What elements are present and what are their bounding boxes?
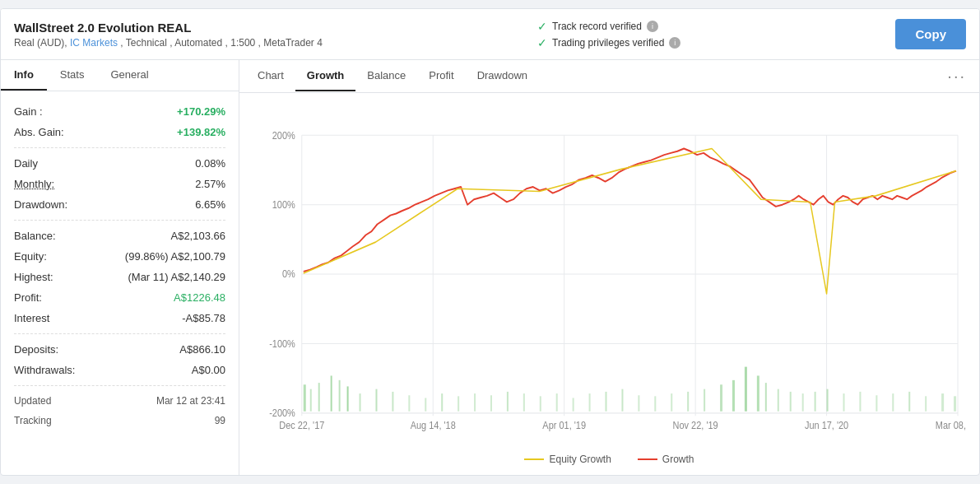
svg-rect-39 [540,396,541,411]
svg-rect-40 [556,393,558,412]
drawdown-label: Drawdown: [14,198,67,211]
svg-rect-58 [815,392,816,412]
svg-rect-41 [573,398,574,411]
profit-label: Profit: [14,291,42,304]
tab-general[interactable]: General [97,60,161,91]
info-icon-1[interactable]: i [647,21,658,32]
highest-value: (Mar 11) A$2,140.29 [128,271,225,283]
svg-rect-44 [621,389,623,412]
check-icon-1: ✓ [537,20,547,33]
right-panel: Chart Growth Balance Profit Drawdown ··· [239,60,979,475]
svg-text:Dec 22, '17: Dec 22, '17 [279,421,324,430]
withdrawals-row: Withdrawals: A$0.00 [14,360,225,380]
updated-row: Updated Mar 12 at 23:41 [14,391,225,411]
trading-privileges-verified: ✓ Trading privileges verified i [537,36,680,49]
svg-text:Jun 17, '20: Jun 17, '20 [805,421,848,430]
svg-rect-51 [732,380,735,412]
svg-rect-28 [360,393,361,412]
svg-text:-100%: -100% [269,338,295,348]
gain-value: +170.29% [177,105,225,118]
svg-rect-46 [654,396,656,411]
balance-value: A$2,103.66 [170,230,225,242]
svg-rect-37 [507,392,509,412]
svg-rect-32 [425,398,426,411]
chart-tab-chart[interactable]: Chart [246,61,295,91]
ic-markets-link[interactable]: IC Markets [70,37,118,49]
drawdown-row: Drawdown: 6.65% [14,194,225,215]
copy-button[interactable]: Copy [895,19,966,49]
gain-row: Gain : +170.29% [14,101,225,122]
svg-rect-38 [523,393,525,412]
stats-content: Gain : +170.29% Abs. Gain: +139.82% Dail… [1,91,239,440]
abs-gain-label: Abs. Gain: [14,126,64,138]
svg-rect-45 [638,395,639,411]
divider-1 [14,147,225,148]
chart-tab-profit[interactable]: Profit [417,61,465,91]
chart-area: 200% 100% 0% -100% -200% Dec 22, '17 Aug… [239,93,979,447]
chart-tab-balance[interactable]: Balance [355,61,417,91]
subtitle-suffix: , Technical , Automated , 1:500 , MetaTr… [118,37,323,49]
svg-text:Nov 22, '19: Nov 22, '19 [673,421,718,430]
svg-rect-27 [347,386,349,411]
divider-2 [14,220,225,221]
legend-equity: Equity Growth [524,454,611,465]
profit-row: Profit: A$1226.48 [14,287,225,308]
equity-growth-label: Equity Growth [549,454,611,465]
equity-value: (99.86%) A$2,100.79 [125,250,225,263]
svg-rect-61 [859,392,861,412]
monthly-label: Monthly: [14,178,54,190]
chart-tab-drawdown[interactable]: Drawdown [466,61,539,91]
chart-tab-growth[interactable]: Growth [295,61,356,91]
abs-gain-row: Abs. Gain: +139.82% [14,122,225,142]
svg-rect-35 [474,393,476,412]
svg-text:Mar 08, '21: Mar 08, '21 [936,421,966,430]
tab-stats[interactable]: Stats [47,60,98,91]
svg-rect-23 [310,389,312,412]
withdrawals-label: Withdrawals: [14,364,75,376]
svg-rect-22 [304,384,306,411]
gain-label: Gain : [14,105,43,118]
profit-value: A$1226.48 [174,291,225,304]
check-icon-2: ✓ [537,36,547,49]
tab-info[interactable]: Info [1,60,47,91]
svg-rect-49 [704,389,705,412]
svg-rect-26 [339,380,341,412]
page-header: WallStreet 2.0 Evolution REAL Real (AUD)… [1,9,979,60]
equity-line-legend [524,458,544,460]
svg-rect-48 [687,392,689,412]
chart-tabs: Chart Growth Balance Profit Drawdown [246,61,539,91]
svg-text:Aug 14, '18: Aug 14, '18 [411,421,456,430]
growth-chart: 200% 100% 0% -100% -200% Dec 22, '17 Aug… [253,100,966,447]
divider-4 [14,385,225,386]
svg-rect-53 [757,375,759,411]
svg-rect-30 [392,392,393,412]
svg-rect-56 [790,392,792,412]
verified1-label: Track record verified [552,21,642,32]
svg-rect-25 [331,375,332,411]
tracking-label: Tracking [14,415,52,426]
highest-label: Highest: [14,271,53,283]
svg-rect-24 [318,383,320,412]
svg-rect-29 [375,389,377,412]
updated-label: Updated [14,395,51,407]
svg-rect-50 [720,384,722,411]
svg-rect-57 [802,393,804,412]
left-tabs: Info Stats General [1,60,239,91]
chart-legend: Equity Growth Growth [239,447,979,475]
info-icon-2[interactable]: i [669,37,680,49]
growth-label: Growth [662,454,694,465]
monthly-value: 2.57% [195,178,225,190]
svg-rect-31 [408,395,410,411]
interest-row: Interest -A$85.78 [14,308,225,328]
left-panel: Info Stats General Gain : +170.29% Abs. … [1,60,239,475]
updated-value: Mar 12 at 23:41 [156,395,225,407]
equity-row: Equity: (99.86%) A$2,100.79 [14,246,225,267]
equity-label: Equity: [14,250,47,263]
interest-value: -A$85.78 [182,312,225,324]
svg-rect-36 [490,395,492,411]
daily-value: 0.08% [195,157,225,170]
svg-rect-47 [671,393,672,412]
daily-label: Daily [14,157,38,170]
svg-rect-65 [925,396,927,411]
more-options-button[interactable]: ··· [941,60,973,92]
